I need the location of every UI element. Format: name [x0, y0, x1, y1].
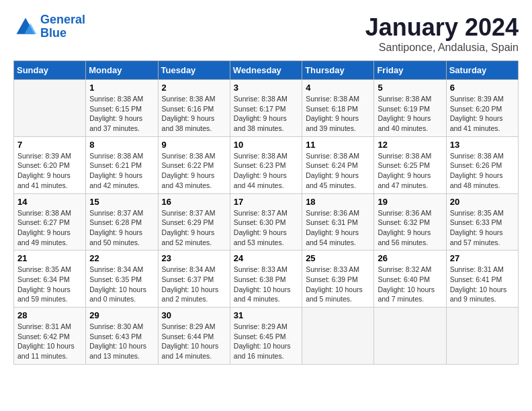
- day-info: Sunrise: 8:29 AM Sunset: 6:44 PM Dayligh…: [162, 322, 226, 361]
- day-info: Sunrise: 8:31 AM Sunset: 6:42 PM Dayligh…: [17, 322, 82, 361]
- calendar-cell: 12Sunrise: 8:38 AM Sunset: 6:25 PM Dayli…: [374, 136, 446, 193]
- weekday-header-wednesday: Wednesday: [230, 61, 302, 80]
- calendar-cell: 2Sunrise: 8:38 AM Sunset: 6:16 PM Daylig…: [158, 80, 230, 137]
- day-info: Sunrise: 8:36 AM Sunset: 6:32 PM Dayligh…: [378, 208, 442, 248]
- day-info: Sunrise: 8:38 AM Sunset: 6:27 PM Dayligh…: [17, 208, 82, 248]
- calendar-cell: 31Sunrise: 8:29 AM Sunset: 6:45 PM Dayli…: [230, 308, 302, 365]
- calendar-cell: 3Sunrise: 8:38 AM Sunset: 6:17 PM Daylig…: [230, 80, 302, 137]
- day-number: 3: [234, 83, 298, 93]
- calendar-cell: 22Sunrise: 8:34 AM Sunset: 6:35 PM Dayli…: [86, 250, 158, 308]
- day-number: 31: [234, 310, 298, 320]
- calendar-header: SundayMondayTuesdayWednesdayThursdayFrid…: [14, 61, 519, 80]
- calendar-cell: 18Sunrise: 8:36 AM Sunset: 6:31 PM Dayli…: [302, 193, 374, 250]
- header: General Blue January 2024 Santiponce, An…: [13, 13, 519, 54]
- day-number: 20: [450, 197, 515, 207]
- calendar-cell: 14Sunrise: 8:38 AM Sunset: 6:27 PM Dayli…: [14, 193, 86, 250]
- calendar-cell: 30Sunrise: 8:29 AM Sunset: 6:44 PM Dayli…: [158, 308, 230, 365]
- week-row-3: 14Sunrise: 8:38 AM Sunset: 6:27 PM Dayli…: [14, 193, 519, 250]
- calendar-cell: 11Sunrise: 8:38 AM Sunset: 6:24 PM Dayli…: [302, 136, 374, 193]
- calendar-table: SundayMondayTuesdayWednesdayThursdayFrid…: [13, 60, 519, 365]
- day-number: 29: [89, 310, 154, 320]
- day-number: 5: [378, 83, 442, 93]
- day-number: 4: [306, 83, 370, 93]
- day-number: 9: [162, 140, 226, 150]
- week-row-2: 7Sunrise: 8:39 AM Sunset: 6:20 PM Daylig…: [14, 136, 519, 193]
- day-info: Sunrise: 8:33 AM Sunset: 6:39 PM Dayligh…: [306, 265, 370, 304]
- day-number: 2: [162, 83, 226, 93]
- day-number: 1: [89, 83, 154, 93]
- day-info: Sunrise: 8:33 AM Sunset: 6:38 PM Dayligh…: [234, 265, 298, 304]
- day-number: 25: [306, 253, 370, 263]
- calendar-cell: 26Sunrise: 8:32 AM Sunset: 6:40 PM Dayli…: [374, 250, 446, 308]
- day-info: Sunrise: 8:38 AM Sunset: 6:26 PM Dayligh…: [450, 151, 515, 191]
- logo-line1: General: [40, 13, 85, 26]
- location-title: Santiponce, Andalusia, Spain: [365, 42, 519, 54]
- day-number: 26: [378, 253, 442, 263]
- day-info: Sunrise: 8:30 AM Sunset: 6:43 PM Dayligh…: [89, 322, 154, 361]
- calendar-cell: 28Sunrise: 8:31 AM Sunset: 6:42 PM Dayli…: [14, 308, 86, 365]
- logo: General Blue: [13, 13, 85, 40]
- day-number: 27: [450, 253, 515, 263]
- day-number: 15: [89, 197, 154, 207]
- calendar-cell: 8Sunrise: 8:38 AM Sunset: 6:21 PM Daylig…: [86, 136, 158, 193]
- day-info: Sunrise: 8:38 AM Sunset: 6:15 PM Dayligh…: [89, 94, 154, 134]
- title-area: January 2024 Santiponce, Andalusia, Spai…: [365, 13, 519, 54]
- day-info: Sunrise: 8:38 AM Sunset: 6:24 PM Dayligh…: [306, 151, 370, 191]
- logo-text: General Blue: [40, 13, 85, 40]
- day-number: 18: [306, 197, 370, 207]
- week-row-4: 21Sunrise: 8:35 AM Sunset: 6:34 PM Dayli…: [14, 250, 519, 308]
- day-number: 17: [234, 197, 298, 207]
- logo-line2: Blue: [40, 26, 66, 40]
- day-info: Sunrise: 8:37 AM Sunset: 6:30 PM Dayligh…: [234, 208, 298, 248]
- day-info: Sunrise: 8:38 AM Sunset: 6:19 PM Dayligh…: [378, 94, 442, 134]
- weekday-header-sunday: Sunday: [14, 61, 86, 80]
- calendar-cell: 7Sunrise: 8:39 AM Sunset: 6:20 PM Daylig…: [14, 136, 86, 193]
- day-number: 16: [162, 197, 226, 207]
- day-number: 12: [378, 140, 442, 150]
- day-info: Sunrise: 8:37 AM Sunset: 6:28 PM Dayligh…: [89, 208, 154, 248]
- calendar-cell: 16Sunrise: 8:37 AM Sunset: 6:29 PM Dayli…: [158, 193, 230, 250]
- day-number: 14: [17, 197, 82, 207]
- calendar-cell: 15Sunrise: 8:37 AM Sunset: 6:28 PM Dayli…: [86, 193, 158, 250]
- calendar-cell: 27Sunrise: 8:31 AM Sunset: 6:41 PM Dayli…: [446, 250, 518, 308]
- calendar-cell: 24Sunrise: 8:33 AM Sunset: 6:38 PM Dayli…: [230, 250, 302, 308]
- day-number: 13: [450, 140, 515, 150]
- calendar-cell: 1Sunrise: 8:38 AM Sunset: 6:15 PM Daylig…: [86, 80, 158, 137]
- calendar-cell: 20Sunrise: 8:35 AM Sunset: 6:33 PM Dayli…: [446, 193, 518, 250]
- calendar-cell: 17Sunrise: 8:37 AM Sunset: 6:30 PM Dayli…: [230, 193, 302, 250]
- day-info: Sunrise: 8:39 AM Sunset: 6:20 PM Dayligh…: [17, 151, 82, 191]
- month-title: January 2024: [365, 13, 519, 42]
- calendar-cell: 23Sunrise: 8:34 AM Sunset: 6:37 PM Dayli…: [158, 250, 230, 308]
- day-info: Sunrise: 8:31 AM Sunset: 6:41 PM Dayligh…: [450, 265, 515, 304]
- day-number: 28: [17, 310, 82, 320]
- day-info: Sunrise: 8:36 AM Sunset: 6:31 PM Dayligh…: [306, 208, 370, 248]
- week-row-5: 28Sunrise: 8:31 AM Sunset: 6:42 PM Dayli…: [14, 308, 519, 365]
- calendar-cell: [374, 308, 446, 365]
- day-info: Sunrise: 8:35 AM Sunset: 6:33 PM Dayligh…: [450, 208, 515, 248]
- calendar-cell: 21Sunrise: 8:35 AM Sunset: 6:34 PM Dayli…: [14, 250, 86, 308]
- day-number: 6: [450, 83, 515, 93]
- day-info: Sunrise: 8:38 AM Sunset: 6:16 PM Dayligh…: [162, 94, 226, 134]
- calendar-cell: [302, 308, 374, 365]
- weekday-header-friday: Friday: [374, 61, 446, 80]
- calendar-cell: [446, 308, 518, 365]
- day-info: Sunrise: 8:34 AM Sunset: 6:37 PM Dayligh…: [162, 265, 226, 304]
- calendar-cell: 19Sunrise: 8:36 AM Sunset: 6:32 PM Dayli…: [374, 193, 446, 250]
- weekday-header-monday: Monday: [86, 61, 158, 80]
- day-number: 10: [234, 140, 298, 150]
- day-number: 23: [162, 253, 226, 263]
- day-info: Sunrise: 8:38 AM Sunset: 6:23 PM Dayligh…: [234, 151, 298, 191]
- day-number: 19: [378, 197, 442, 207]
- weekday-header-thursday: Thursday: [302, 61, 374, 80]
- day-number: 24: [234, 253, 298, 263]
- day-number: 8: [89, 140, 154, 150]
- logo-icon: [13, 15, 38, 39]
- calendar-cell: 25Sunrise: 8:33 AM Sunset: 6:39 PM Dayli…: [302, 250, 374, 308]
- day-number: 21: [17, 253, 82, 263]
- day-info: Sunrise: 8:38 AM Sunset: 6:22 PM Dayligh…: [162, 151, 226, 191]
- day-info: Sunrise: 8:38 AM Sunset: 6:17 PM Dayligh…: [234, 94, 298, 134]
- calendar-cell: 29Sunrise: 8:30 AM Sunset: 6:43 PM Dayli…: [86, 308, 158, 365]
- weekday-row: SundayMondayTuesdayWednesdayThursdayFrid…: [14, 61, 519, 80]
- day-info: Sunrise: 8:37 AM Sunset: 6:29 PM Dayligh…: [162, 208, 226, 248]
- day-info: Sunrise: 8:38 AM Sunset: 6:18 PM Dayligh…: [306, 94, 370, 134]
